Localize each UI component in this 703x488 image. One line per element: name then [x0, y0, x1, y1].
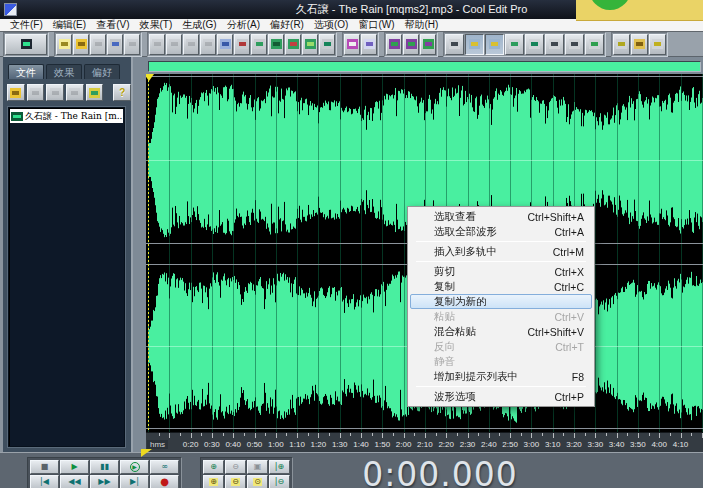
zoom-in-vertical-button[interactable]: ⊕	[203, 475, 224, 488]
timeline-tick-label: 3:30	[588, 440, 604, 449]
menu-item-window[interactable]: 窗口(W)	[353, 18, 399, 32]
frequency-button[interactable]	[361, 34, 377, 55]
window-meters-button[interactable]	[565, 34, 584, 55]
context-menu-item-12[interactable]: 波形选项Ctrl+P	[410, 389, 592, 404]
zoom-out-vertical-icon: ⊖	[231, 478, 240, 486]
copy-button[interactable]	[217, 34, 233, 55]
window-organizer-button[interactable]	[465, 34, 484, 55]
record-button[interactable]: ●	[150, 475, 179, 488]
menu-item-generate[interactable]: 生成(G)	[177, 18, 221, 32]
batch-button[interactable]	[302, 34, 318, 55]
context-menu-item-11[interactable]: 增加到提示列表中F8	[410, 369, 592, 384]
time-display[interactable]: 0:00.000	[330, 455, 550, 488]
settings-button[interactable]	[613, 34, 630, 55]
sidebar-tab-effects[interactable]: 效果	[46, 64, 82, 79]
properties-button[interactable]	[200, 34, 216, 55]
rewind-button[interactable]: ◀◀	[60, 475, 89, 488]
window-main-button[interactable]	[445, 34, 464, 55]
save-copy-button[interactable]	[124, 34, 140, 55]
sidebar-tab-files[interactable]: 文件	[8, 64, 44, 79]
zoom-in-icon: ⊕	[210, 463, 217, 471]
context-menu-item-4[interactable]: 剪切Ctrl+X	[410, 264, 592, 279]
insert-cd-button[interactable]	[66, 84, 84, 101]
grid-mix-button[interactable]	[386, 34, 402, 55]
save-as-button[interactable]	[107, 34, 123, 55]
window-zoom-button[interactable]	[525, 34, 544, 55]
pencil-mode-button[interactable]	[344, 34, 360, 55]
context-menu-item-3[interactable]: 插入到多轨中Ctrl+M	[410, 244, 592, 259]
menu-item-options[interactable]: 选项(O)	[309, 18, 353, 32]
trim-button[interactable]	[183, 34, 199, 55]
menu-item-analyze[interactable]: 分析(A)	[222, 18, 265, 32]
zoom-in-button[interactable]: ⊕	[203, 460, 224, 474]
window-play-button[interactable]	[505, 34, 524, 55]
screen-recorder-overlay[interactable]	[576, 0, 703, 21]
convert-sample-button[interactable]	[268, 34, 284, 55]
help-button[interactable]	[649, 34, 666, 55]
menu-item-edit[interactable]: 编辑(E)	[48, 18, 91, 32]
fast-forward-button[interactable]: ▶▶	[90, 475, 119, 488]
zoom-out-selection-button[interactable]: |⊖	[269, 475, 290, 488]
find-beats-button[interactable]	[319, 34, 335, 55]
grid-split-icon	[406, 39, 417, 49]
open-file-button[interactable]	[7, 84, 25, 101]
context-menu-item-2[interactable]: 选取全部波形Ctrl+A	[410, 224, 592, 239]
close-file-button[interactable]	[27, 84, 45, 101]
insert-multitrack-button[interactable]	[46, 84, 64, 101]
paste-button[interactable]	[251, 34, 267, 55]
edit-wave-button[interactable]	[285, 34, 301, 55]
file-list[interactable]: 久石譲 - The Rain [m...	[8, 107, 125, 447]
file-list-item[interactable]: 久石譲 - The Rain [m...	[10, 109, 123, 123]
multitrack-view-button[interactable]	[5, 34, 47, 55]
timeline-tick	[638, 433, 639, 438]
window-cue-button[interactable]	[485, 34, 504, 55]
redo-button[interactable]	[166, 34, 182, 55]
window-status-button[interactable]	[585, 34, 604, 55]
sidebar-tab-favorites[interactable]: 偏好	[84, 64, 120, 79]
window-time-button[interactable]	[545, 34, 564, 55]
context-menu-item-6[interactable]: 复制为新的	[410, 294, 592, 309]
overview-bar[interactable]	[148, 61, 701, 72]
sort-options-button[interactable]	[86, 84, 104, 101]
new-file-button[interactable]	[56, 34, 72, 55]
play-button[interactable]: ▶	[60, 460, 89, 474]
pause-button[interactable]: ▮▮	[90, 460, 119, 474]
grid-split-button[interactable]	[403, 34, 419, 55]
undo-button[interactable]	[149, 34, 165, 55]
context-menu-item-10: 静音	[410, 354, 592, 369]
menu-item-effects[interactable]: 效果(T)	[134, 18, 177, 32]
toolbar-group-misc	[611, 32, 668, 57]
timeline-ruler[interactable]: hms 0:200:300:400:501:001:101:201:301:40…	[146, 432, 703, 452]
save-as-icon	[110, 39, 121, 49]
context-menu-item-label: 波形选项	[434, 390, 555, 404]
go-start-button[interactable]: |◀	[30, 475, 59, 488]
go-end-button[interactable]: ▶|	[120, 475, 149, 488]
cut-button[interactable]	[234, 34, 250, 55]
timeline-tick	[244, 433, 245, 436]
play-looped-button[interactable]: ▶	[120, 460, 149, 474]
context-menu-separator	[416, 386, 586, 387]
open-file-button[interactable]	[73, 34, 89, 55]
recorder-bubble-icon[interactable]	[589, 0, 631, 10]
menu-item-help[interactable]: 帮助(H)	[400, 18, 444, 32]
context-menu-item-5[interactable]: 复制Ctrl+C	[410, 279, 592, 294]
zoom-out-vertical-button[interactable]: ⊖	[225, 475, 246, 488]
zoom-to-selection-button[interactable]: |⊕	[269, 460, 290, 474]
loop-button[interactable]: ∞	[150, 460, 179, 474]
save-button[interactable]	[90, 34, 106, 55]
app-icon	[4, 3, 17, 16]
context-menu-item-8[interactable]: 混合粘贴Ctrl+Shift+V	[410, 324, 592, 339]
context-menu-item-1[interactable]: 选取查看Ctrl+Shift+A	[410, 209, 592, 224]
zoom-full-button[interactable]: ▣	[247, 460, 268, 474]
stop-button[interactable]: ■	[30, 460, 59, 474]
menu-item-file[interactable]: 文件(F)	[5, 18, 48, 32]
help-button[interactable]: ?	[113, 84, 131, 101]
grid-group-button[interactable]	[420, 34, 436, 55]
scripts-button[interactable]	[631, 34, 648, 55]
menu-item-favorites[interactable]: 偏好(R)	[265, 18, 309, 32]
undo-icon	[152, 39, 163, 49]
view-start-marker-icon[interactable]	[141, 449, 152, 457]
zoom-wave-button[interactable]: ⊙	[247, 475, 268, 488]
zoom-out-button[interactable]: ⊖	[225, 460, 246, 474]
menu-item-view[interactable]: 查看(V)	[91, 18, 134, 32]
